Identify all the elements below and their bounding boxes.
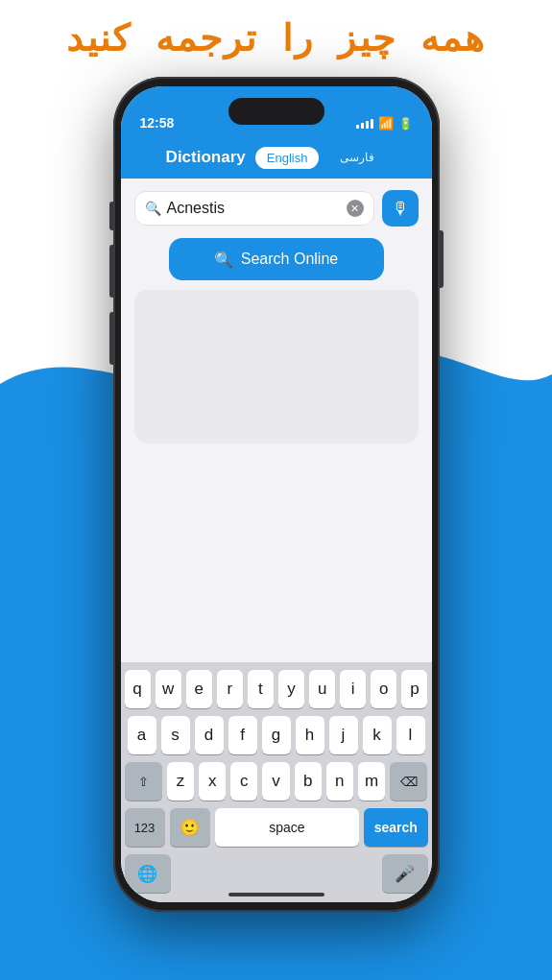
search-clear-button[interactable]: ✕	[347, 200, 364, 217]
key-z[interactable]: z	[167, 762, 194, 801]
tab-english[interactable]: English	[255, 147, 320, 169]
content-area: 🔍 Acnestis ✕ 🎙 🔍 Search Online q w e	[121, 179, 432, 902]
globe-key[interactable]: 🌐	[125, 854, 171, 893]
mic-button[interactable]: 🎙	[382, 190, 419, 227]
key-o[interactable]: o	[371, 670, 396, 708]
search-query: Acnestis	[167, 200, 341, 217]
dynamic-island	[228, 98, 324, 125]
key-f[interactable]: f	[228, 716, 257, 754]
wifi-icon: 📶	[378, 116, 394, 131]
key-m[interactable]: m	[358, 762, 385, 801]
home-indicator	[228, 893, 324, 896]
key-w[interactable]: w	[156, 670, 181, 708]
status-icons: 📶 🔋	[356, 116, 413, 131]
keyboard-mic-key[interactable]: 🎤	[382, 854, 428, 893]
key-s[interactable]: s	[161, 716, 190, 754]
key-k[interactable]: k	[363, 716, 392, 754]
key-x[interactable]: x	[199, 762, 226, 801]
nav-bar: Dictionary English فارسی	[121, 136, 432, 179]
keyboard-row-1: q w e r t y u i o p	[125, 670, 428, 708]
search-online-icon: 🔍	[214, 251, 233, 269]
signal-icon	[356, 119, 373, 129]
key-t[interactable]: t	[248, 670, 274, 708]
keyboard-row-3: ⇧ z x c v b n m ⌫	[125, 762, 428, 801]
search-online-button[interactable]: 🔍 Search Online	[169, 238, 384, 280]
mute-button	[109, 202, 113, 230]
keyboard-row-2: a s d f g h j k l	[125, 716, 428, 754]
keyboard: q w e r t y u i o p a s d f g	[121, 662, 432, 902]
delete-key[interactable]: ⌫	[390, 762, 427, 801]
key-a[interactable]: a	[128, 716, 156, 754]
key-d[interactable]: d	[195, 716, 224, 754]
key-b[interactable]: b	[295, 762, 322, 801]
keyboard-row-4: 123 🙂 space search	[125, 808, 428, 847]
search-icon: 🔍	[145, 201, 161, 216]
key-r[interactable]: r	[217, 670, 243, 708]
tab-persian[interactable]: فارسی	[328, 147, 386, 168]
battery-icon: 🔋	[398, 117, 413, 131]
emoji-key[interactable]: 🙂	[170, 808, 210, 847]
number-key[interactable]: 123	[125, 808, 165, 847]
key-n[interactable]: n	[326, 762, 353, 801]
space-key[interactable]: space	[215, 808, 360, 847]
power-button	[440, 230, 444, 288]
key-l[interactable]: l	[396, 716, 425, 754]
phone-frame: 12:58 📶 🔋 Dictionary English فارسی	[113, 77, 440, 912]
key-h[interactable]: h	[296, 716, 324, 754]
persian-title: همه چیز را ترجمه کنید	[0, 17, 552, 61]
search-input-wrap[interactable]: 🔍 Acnestis ✕	[134, 191, 374, 226]
key-p[interactable]: p	[401, 670, 427, 708]
key-u[interactable]: u	[309, 670, 335, 708]
key-e[interactable]: e	[186, 670, 212, 708]
phone-screen: 12:58 📶 🔋 Dictionary English فارسی	[121, 86, 432, 902]
search-online-label: Search Online	[241, 251, 338, 268]
nav-title: Dictionary	[166, 148, 246, 167]
key-v[interactable]: v	[262, 762, 289, 801]
shift-key[interactable]: ⇧	[125, 762, 162, 801]
volume-down-button	[109, 312, 113, 365]
key-y[interactable]: y	[278, 670, 304, 708]
search-container: 🔍 Acnestis ✕ 🎙	[134, 190, 419, 227]
key-g[interactable]: g	[262, 716, 291, 754]
volume-up-button	[109, 245, 113, 298]
key-c[interactable]: c	[230, 762, 257, 801]
key-q[interactable]: q	[125, 670, 151, 708]
status-time: 12:58	[140, 115, 175, 131]
keyboard-bottom-row: 🌐 🎤	[125, 854, 428, 893]
key-i[interactable]: i	[340, 670, 366, 708]
key-j[interactable]: j	[329, 716, 358, 754]
search-key[interactable]: search	[364, 808, 427, 847]
results-area	[134, 290, 419, 443]
